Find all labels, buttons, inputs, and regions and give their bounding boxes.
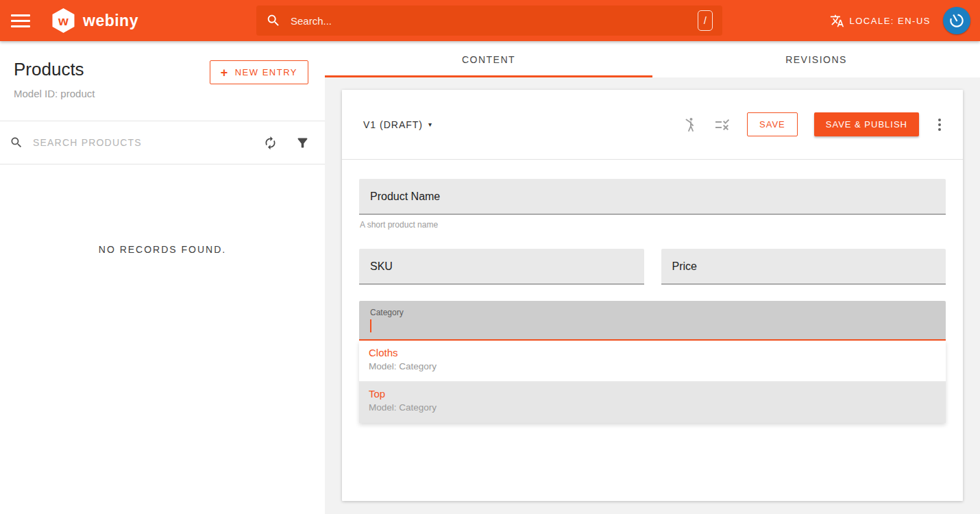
chevron-down-icon: ▾	[428, 121, 432, 128]
filter-icon[interactable]	[295, 136, 310, 150]
version-selector[interactable]: V1 (DRAFT) ▾	[363, 119, 432, 130]
records-sidebar: Products Model ID: product + NEW ENTRY	[0, 41, 325, 514]
save-button[interactable]: SAVE	[747, 112, 798, 136]
search-shortcut-badge: /	[698, 10, 713, 31]
editor-scroll-area: V1 (DRAFT) ▾	[325, 77, 980, 514]
empty-state-message: NO RECORDS FOUND.	[0, 244, 325, 255]
category-dropdown: Cloths Model: Category Top Model: Catego…	[359, 341, 946, 423]
locale-label: LOCALE: EN-US	[850, 16, 931, 26]
search-products-input[interactable]	[33, 137, 263, 148]
new-entry-label: NEW ENTRY	[235, 67, 297, 77]
text-cursor	[370, 319, 371, 332]
entry-form-card: V1 (DRAFT) ▾	[342, 90, 963, 501]
sku-label: SKU	[370, 260, 393, 273]
search-icon	[10, 136, 23, 149]
refresh-icon[interactable]	[263, 136, 278, 150]
user-avatar[interactable]	[943, 7, 970, 34]
category-label: Category	[370, 308, 404, 317]
version-label: V1 (DRAFT)	[363, 119, 423, 130]
global-search-input[interactable]	[291, 15, 698, 27]
webiny-logo-icon: w	[51, 8, 76, 34]
translate-icon	[830, 14, 844, 28]
page-title: Products	[14, 59, 95, 80]
save-publish-button[interactable]: SAVE & PUBLISH	[814, 112, 919, 136]
model-id-label: Model ID: product	[14, 88, 95, 99]
locale-selector[interactable]: LOCALE: EN-US	[830, 14, 931, 28]
webiny-logo[interactable]: w webiny	[51, 8, 138, 34]
search-icon	[266, 13, 281, 28]
entry-editor: CONTENT REVISIONS V1 (DRAFT) ▾	[325, 41, 980, 514]
product-name-helper: A short product name	[360, 220, 946, 230]
category-option-top[interactable]: Top Model: Category	[359, 382, 946, 423]
plus-icon: +	[221, 66, 229, 79]
power-icon	[944, 8, 969, 33]
product-name-field[interactable]: Product Name	[359, 179, 946, 215]
app-bar: w webiny / LOCALE: EN-US	[0, 0, 980, 41]
editor-tabs: CONTENT REVISIONS	[325, 41, 980, 77]
menu-icon[interactable]	[11, 12, 30, 29]
sku-field[interactable]: SKU	[359, 249, 644, 284]
more-options-icon[interactable]	[935, 116, 944, 134]
tab-revisions[interactable]: REVISIONS	[652, 41, 980, 77]
svg-text:w: w	[58, 14, 69, 28]
global-search[interactable]: /	[256, 5, 722, 36]
records-search-bar	[0, 121, 325, 164]
category-field[interactable]: Category	[359, 301, 946, 341]
new-entry-button[interactable]: + NEW ENTRY	[210, 60, 308, 84]
tab-content[interactable]: CONTENT	[325, 41, 652, 77]
price-label: Price	[672, 260, 697, 273]
category-option-cloths[interactable]: Cloths Model: Category	[359, 341, 946, 382]
validation-icon[interactable]	[714, 117, 731, 133]
price-field[interactable]: Price	[661, 249, 946, 284]
product-name-label: Product Name	[370, 191, 440, 203]
brand-wordmark: webiny	[83, 12, 138, 30]
request-review-icon[interactable]	[681, 117, 698, 133]
